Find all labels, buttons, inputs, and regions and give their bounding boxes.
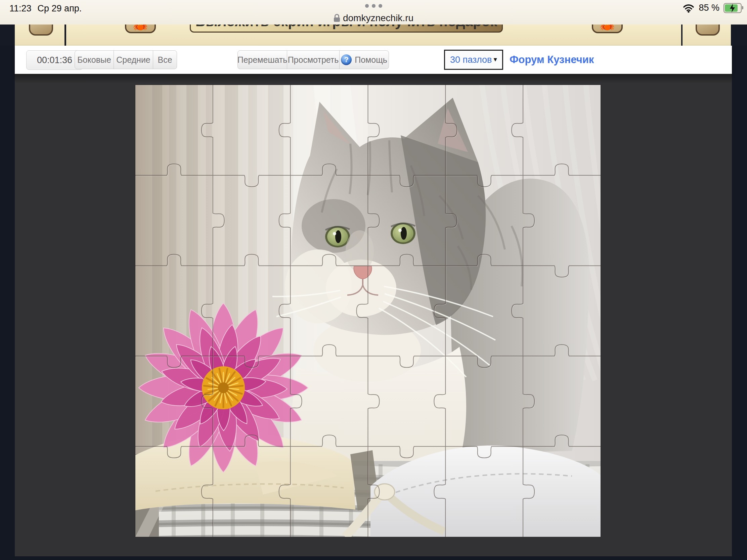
help-label: Помощь	[355, 55, 387, 65]
action-button-group: Перемешать Просмотреть ? Помощь	[237, 50, 389, 69]
filter-button-group: Боковые Средние Все	[75, 50, 177, 69]
pieces-count-value: 30 пазлов	[450, 55, 492, 65]
puzzle-stage	[15, 74, 732, 556]
crab-emoji-icon: 🦀	[133, 25, 148, 31]
page-menu-dots-icon[interactable]	[0, 4, 747, 8]
url-text: domkyznechik.ru	[343, 13, 413, 24]
filter-button-middles[interactable]: Средние	[113, 50, 153, 69]
game-toolbar: 00:01:36 Боковые Средние Все Перемешать …	[15, 46, 732, 74]
filter-button-edges[interactable]: Боковые	[75, 50, 114, 69]
help-button[interactable]: ? Помощь	[339, 50, 389, 69]
puzzle-board[interactable]	[135, 85, 600, 537]
cat-right-eye	[391, 222, 415, 244]
filter-button-all[interactable]: Все	[153, 50, 177, 69]
browser-chrome: 11:23 Ср 29 апр. domkyznechik.ru 85 %	[0, 0, 747, 25]
banner-crab-button-right[interactable]: 🦀	[592, 25, 623, 33]
site-banner: 🦀 Выложить скрин игры и получить подарок…	[0, 25, 747, 46]
chevron-down-icon: ▼	[492, 56, 498, 63]
battery-percent: 85 %	[699, 3, 719, 13]
wifi-icon	[682, 3, 695, 13]
stage-top-shadow	[15, 74, 732, 83]
forum-link-label: Форум Кузнечик	[510, 54, 594, 66]
shuffle-button[interactable]: Перемешать	[237, 50, 287, 69]
banner-screenshot-button[interactable]: Выложить скрин игры и получить подарок	[190, 25, 503, 32]
crab-emoji-icon: 🦀	[600, 25, 615, 31]
pieces-count-select[interactable]: 30 пазлов ▼	[444, 50, 503, 70]
battery-charging-icon	[723, 3, 742, 13]
preview-button[interactable]: Просмотреть	[287, 50, 340, 69]
lock-icon	[334, 14, 340, 23]
status-right: 85 %	[682, 3, 742, 13]
question-ball-icon: ?	[341, 54, 352, 65]
banner-oval-button-left[interactable]	[29, 25, 53, 35]
banner-crab-button-left[interactable]: 🦀	[125, 25, 156, 33]
forum-link[interactable]: Форум Кузнечик	[510, 46, 594, 74]
cat-left-eye	[325, 226, 350, 247]
address-bar[interactable]: domkyznechik.ru	[0, 13, 747, 24]
puzzle-image[interactable]	[135, 85, 600, 537]
banner-oval-button-right[interactable]	[696, 25, 720, 35]
banner-screenshot-label: Выложить скрин игры и получить подарок	[196, 25, 497, 30]
